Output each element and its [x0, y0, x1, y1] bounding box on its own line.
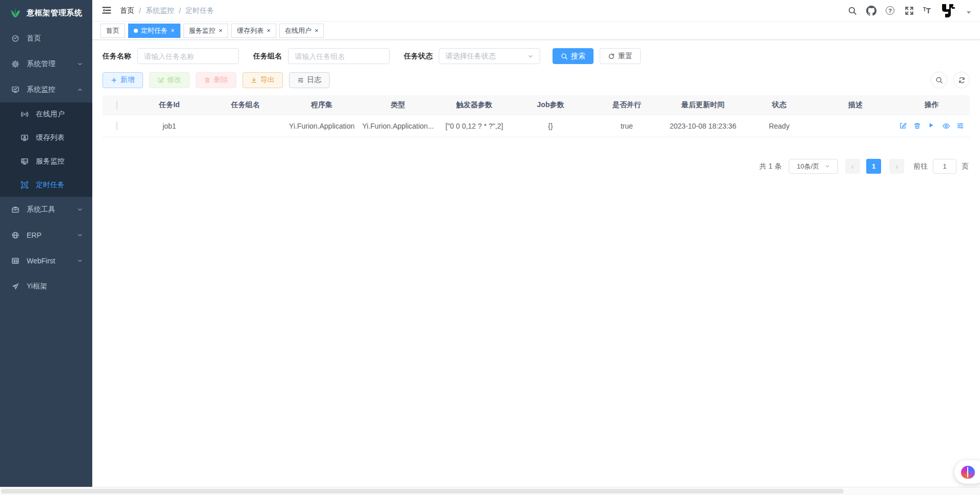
- goto-label: 前往: [913, 162, 928, 171]
- broadcast-icon: [21, 110, 29, 118]
- horizontal-scrollbar[interactable]: [0, 487, 980, 495]
- assistant-widget[interactable]: [954, 460, 980, 484]
- row-view-icon[interactable]: [942, 122, 950, 130]
- page-number-1[interactable]: 1: [866, 159, 881, 174]
- row-log-icon[interactable]: [956, 122, 964, 130]
- page-size-select[interactable]: 10条/页: [789, 159, 838, 174]
- avatar-caret-icon[interactable]: [967, 11, 971, 14]
- sidebar-item-cache-list[interactable]: 缓存列表: [0, 126, 92, 150]
- table-row[interactable]: job1 Yi.Furion.Application Yi.Furion.App…: [103, 115, 970, 137]
- user-avatar[interactable]: [940, 2, 958, 20]
- close-icon[interactable]: ×: [315, 27, 319, 34]
- table-toolbar: 新增 修改 删除: [103, 72, 970, 88]
- plus-icon: [111, 77, 117, 84]
- table-header-row: 任务Id 任务组名 程序集 类型 触发器参数 Job参数 是否并行 最后更新时间…: [103, 95, 970, 115]
- close-icon[interactable]: ×: [267, 27, 271, 34]
- active-tab-dot: [134, 29, 138, 33]
- cell-task-id: job1: [131, 122, 208, 130]
- task-name-input[interactable]: [137, 48, 239, 64]
- next-page-button[interactable]: ›: [889, 159, 904, 174]
- sidebar-item-label: Yi框架: [27, 282, 47, 291]
- cache-screen-icon: [21, 134, 29, 142]
- log-button[interactable]: 日志: [289, 72, 330, 88]
- plant-logo-icon: [9, 7, 22, 18]
- sidebar-item-label: 定时任务: [36, 180, 65, 190]
- sidebar-item-erp[interactable]: ERP: [0, 222, 92, 248]
- cell-assembly: Yi.Furion.Application: [283, 122, 360, 130]
- task-status-select[interactable]: 请选择任务状态: [439, 48, 540, 64]
- close-icon[interactable]: ×: [171, 27, 175, 34]
- row-edit-icon[interactable]: [899, 122, 907, 130]
- breadcrumb-home[interactable]: 首页: [120, 6, 134, 15]
- tab-scheduled-tasks[interactable]: 定时任务 ×: [128, 24, 180, 38]
- fullscreen-icon[interactable]: [904, 6, 914, 16]
- gear-icon: [11, 60, 19, 68]
- log-list-icon: [297, 77, 304, 84]
- chevron-down-icon: [77, 207, 83, 213]
- search-button[interactable]: 搜索: [553, 48, 594, 64]
- goto-page-input[interactable]: [933, 159, 956, 174]
- breadcrumb-separator: /: [179, 7, 181, 15]
- chevron-down-icon: [77, 232, 83, 238]
- col-job-args: Job参数: [513, 100, 589, 110]
- chevron-down-icon: [77, 258, 83, 264]
- prev-page-button[interactable]: ‹: [845, 159, 860, 174]
- add-button[interactable]: 新增: [103, 72, 143, 88]
- cell-updated: 2023-10-08 18:23:36: [665, 122, 741, 130]
- cell-status: Ready: [741, 122, 818, 130]
- chevron-up-icon: [77, 87, 83, 93]
- cell-concurrent: true: [588, 122, 665, 130]
- sidebar-item-system-tools[interactable]: 系统工具: [0, 197, 92, 222]
- question-mark: ?: [886, 6, 894, 15]
- row-run-icon[interactable]: [928, 122, 935, 130]
- header-search-icon[interactable]: [847, 6, 858, 16]
- delete-button[interactable]: 删除: [196, 72, 236, 88]
- pagination: 共 1 条 10条/页 ‹ 1 › 前往 页: [103, 159, 970, 174]
- close-icon[interactable]: ×: [219, 27, 223, 34]
- app-logo[interactable]: 意框架管理系统: [0, 0, 92, 26]
- sidebar-item-service-monitor[interactable]: 服务监控: [0, 150, 92, 173]
- select-all-checkbox[interactable]: [116, 101, 117, 109]
- row-delete-icon[interactable]: [913, 122, 921, 130]
- help-icon[interactable]: ?: [885, 6, 895, 16]
- breadcrumb: 首页 / 系统监控 / 定时任务: [120, 6, 214, 15]
- sidebar-item-label: 系统工具: [27, 205, 55, 214]
- briefcase-icon: [11, 205, 19, 214]
- sidebar-item-system-monitor[interactable]: 系统监控: [0, 77, 92, 102]
- tab-home[interactable]: 首页: [100, 24, 125, 38]
- sidebar-item-label: 系统管理: [27, 59, 55, 69]
- table-search-toggle-button[interactable]: [931, 72, 947, 88]
- table-refresh-button[interactable]: [953, 72, 970, 88]
- sidebar-item-yi-framework[interactable]: Yi框架: [0, 274, 92, 299]
- filter-form: 任务名称 任务组名 任务状态 请选择任务状态 搜索: [103, 48, 970, 64]
- task-status-placeholder: 请选择任务状态: [445, 52, 496, 61]
- github-icon[interactable]: [866, 6, 876, 16]
- task-name-label: 任务名称: [103, 52, 131, 61]
- sidebar-item-scheduled-tasks[interactable]: 定时任务: [0, 173, 92, 197]
- reset-button[interactable]: 重置: [600, 48, 641, 64]
- dashboard-icon: [11, 34, 19, 43]
- col-updated: 最后更新时间: [665, 100, 741, 110]
- font-size-icon[interactable]: TT: [923, 6, 931, 15]
- sidebar-item-webfirst[interactable]: WebFirst: [0, 248, 92, 274]
- sidebar-item-label: 首页: [27, 34, 41, 43]
- tab-cache-list[interactable]: 缓存列表 ×: [231, 24, 276, 38]
- sidebar-item-home[interactable]: 首页: [0, 26, 92, 51]
- app-window: 意框架管理系统 首页 系统管理: [0, 0, 980, 487]
- paper-plane-icon: [11, 282, 19, 291]
- export-button[interactable]: 导出: [242, 72, 283, 88]
- col-assembly: 程序集: [283, 100, 360, 110]
- row-checkbox[interactable]: [116, 122, 117, 130]
- task-group-input[interactable]: [288, 48, 390, 64]
- sidebar-fold-icon[interactable]: [101, 5, 113, 16]
- tab-online-users[interactable]: 在线用户 ×: [279, 24, 324, 38]
- edit-button[interactable]: 修改: [149, 72, 190, 88]
- sidebar-item-online-users[interactable]: 在线用户: [0, 102, 92, 126]
- navbar-actions: ? TT: [847, 2, 971, 20]
- scrollbar-thumb[interactable]: [1, 489, 844, 493]
- cell-job-args: {}: [513, 122, 589, 130]
- tags-view-bar: 首页 定时任务 × 服务监控 × 缓存列表 × 在线用户 ×: [92, 22, 980, 40]
- tab-service-monitor[interactable]: 服务监控 ×: [183, 24, 229, 38]
- page-content: 任务名称 任务组名 任务状态 请选择任务状态 搜索: [92, 40, 980, 487]
- sidebar-item-system-management[interactable]: 系统管理: [0, 51, 92, 77]
